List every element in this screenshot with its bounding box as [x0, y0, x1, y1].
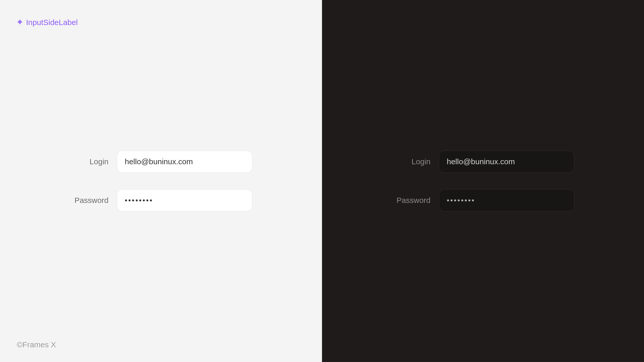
- login-row-light: Login: [70, 151, 252, 173]
- login-label-light: Login: [70, 157, 109, 166]
- password-input-light[interactable]: [117, 189, 252, 211]
- password-row-light: Password: [70, 189, 252, 211]
- form-group-light: Login Password: [70, 151, 252, 211]
- login-input-dark[interactable]: [439, 151, 574, 173]
- password-label-light: Password: [70, 196, 109, 205]
- password-row-dark: Password: [392, 189, 574, 211]
- component-title: InputSideLabel: [26, 18, 78, 27]
- password-input-dark[interactable]: [439, 189, 574, 211]
- diamond-icon: [17, 19, 23, 26]
- component-header: InputSideLabel: [17, 18, 78, 27]
- login-input-light[interactable]: [117, 151, 252, 173]
- form-group-dark: Login Password: [392, 151, 574, 211]
- password-label-dark: Password: [392, 196, 431, 205]
- login-label-dark: Login: [392, 157, 431, 166]
- login-row-dark: Login: [392, 151, 574, 173]
- light-panel: InputSideLabel Login Password ©Frames X: [0, 0, 322, 362]
- dark-panel: Login Password: [322, 0, 644, 362]
- footer-text: ©Frames X: [17, 340, 56, 349]
